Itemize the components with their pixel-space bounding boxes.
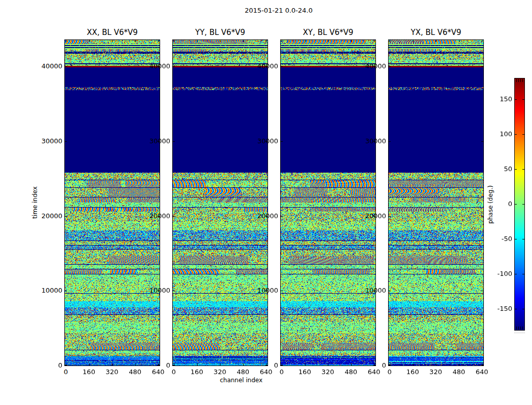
y-tick-mark-right xyxy=(481,66,483,67)
heatmap-canvas-xx xyxy=(65,40,160,366)
y-tick-label: 0 xyxy=(243,361,278,370)
x-tick-label: 160 xyxy=(78,368,100,376)
y-tick-mark xyxy=(281,141,283,142)
y-tick-mark xyxy=(389,141,391,142)
x-tick-mark-top xyxy=(436,40,436,42)
y-tick-mark xyxy=(389,66,391,67)
colorbar-tick-label: -100 xyxy=(477,270,512,278)
colorbar-tick-label: 50 xyxy=(477,165,512,173)
y-tick-mark-right xyxy=(481,216,483,217)
y-tick-label: 30000 xyxy=(27,137,62,145)
y-tick-label: 40000 xyxy=(243,62,278,70)
x-tick-mark xyxy=(220,363,220,366)
x-tick-mark xyxy=(459,363,460,366)
x-tick-mark-top xyxy=(390,40,390,42)
panel-title-yy: YY, BL V6*V9 xyxy=(173,28,268,37)
heatmap-canvas-yx xyxy=(389,40,483,366)
y-tick-mark xyxy=(173,291,175,291)
heatmap-panel-yy xyxy=(172,39,268,366)
x-tick-label: 160 xyxy=(402,368,424,376)
y-tick-mark xyxy=(389,216,391,217)
y-tick-label: 10000 xyxy=(243,287,278,295)
panel-title-xy: XY, BL V6*V9 xyxy=(281,28,375,37)
y-tick-mark xyxy=(65,141,67,142)
y-tick-label: 20000 xyxy=(351,212,386,220)
x-tick-mark-top xyxy=(282,40,282,42)
y-tick-mark-right xyxy=(481,291,483,291)
x-tick-mark xyxy=(112,363,112,366)
x-tick-mark-top xyxy=(459,40,460,42)
y-tick-mark xyxy=(173,216,175,217)
x-tick-label: 160 xyxy=(294,368,316,376)
y-tick-label: 30000 xyxy=(351,137,386,145)
x-tick-mark-top xyxy=(482,40,482,42)
x-tick-mark-top xyxy=(305,40,306,42)
x-tick-mark-top xyxy=(89,40,90,42)
x-tick-mark-top xyxy=(266,40,267,42)
heatmap-panel-xx xyxy=(64,39,160,366)
y-tick-label: 30000 xyxy=(135,137,170,145)
panel-title-yx: YX, BL V6*V9 xyxy=(389,28,483,37)
x-tick-mark-top xyxy=(351,40,352,42)
heatmap-panel-xy xyxy=(280,39,376,366)
x-tick-label: 320 xyxy=(101,368,123,376)
y-tick-mark xyxy=(65,216,67,217)
y-tick-label: 10000 xyxy=(135,287,170,295)
y-tick-mark xyxy=(65,291,67,291)
colorbar xyxy=(514,78,525,331)
x-tick-label: 320 xyxy=(317,368,339,376)
y-tick-mark xyxy=(173,66,175,67)
y-tick-mark-right xyxy=(481,141,483,142)
x-tick-mark xyxy=(305,363,306,366)
x-tick-mark-top xyxy=(243,40,244,42)
x-tick-mark-top xyxy=(174,40,174,42)
x-tick-mark-top xyxy=(197,40,198,42)
panel-title-xx: XX, BL V6*V9 xyxy=(65,28,160,37)
x-tick-mark-top xyxy=(66,40,66,42)
y-tick-mark xyxy=(65,66,67,67)
y-tick-mark xyxy=(173,365,175,366)
y-tick-mark xyxy=(281,291,283,291)
x-tick-label: 160 xyxy=(186,368,208,376)
y-tick-label: 0 xyxy=(351,361,386,370)
y-tick-label: 40000 xyxy=(135,62,170,70)
x-tick-mark xyxy=(413,363,413,366)
y-tick-mark xyxy=(65,365,67,366)
y-tick-label: 0 xyxy=(135,361,170,370)
x-tick-mark-top xyxy=(220,40,220,42)
y-tick-mark xyxy=(281,365,283,366)
x-tick-label: 320 xyxy=(425,368,447,376)
colorbar-tick-label: -150 xyxy=(477,305,512,313)
y-tick-label: 40000 xyxy=(27,62,62,70)
x-tick-mark xyxy=(328,363,328,366)
x-tick-mark-top xyxy=(112,40,112,42)
figure: 2015-01-21 0.0-24.0 time index channel i… xyxy=(0,0,532,405)
x-axis-label: channel index xyxy=(220,377,262,384)
x-tick-mark-top xyxy=(413,40,413,42)
heatmap-panel-yx xyxy=(388,39,484,366)
x-tick-mark xyxy=(197,363,198,366)
figure-title: 2015-01-21 0.0-24.0 xyxy=(245,7,313,14)
heatmap-canvas-yy xyxy=(173,40,268,366)
x-tick-mark xyxy=(89,363,90,366)
x-tick-mark-top xyxy=(158,40,159,42)
y-axis-label: time index xyxy=(31,177,39,228)
colorbar-tick-label: 150 xyxy=(477,95,512,103)
colorbar-tick-label: 100 xyxy=(477,130,512,138)
y-tick-label: 20000 xyxy=(27,212,62,220)
y-tick-mark xyxy=(389,365,391,366)
x-tick-mark-top xyxy=(328,40,328,42)
y-tick-mark xyxy=(173,141,175,142)
y-tick-label: 10000 xyxy=(27,287,62,295)
y-tick-label: 40000 xyxy=(351,62,386,70)
y-tick-mark xyxy=(389,291,391,291)
y-tick-mark xyxy=(281,216,283,217)
colorbar-canvas xyxy=(515,78,524,330)
x-tick-label: 320 xyxy=(209,368,231,376)
y-tick-label: 30000 xyxy=(243,137,278,145)
y-tick-label: 0 xyxy=(27,361,62,370)
heatmap-canvas-xy xyxy=(281,40,375,366)
x-tick-mark-top xyxy=(135,40,136,42)
colorbar-bottom-dotted-line xyxy=(514,333,525,333)
y-tick-mark-right xyxy=(481,365,483,366)
